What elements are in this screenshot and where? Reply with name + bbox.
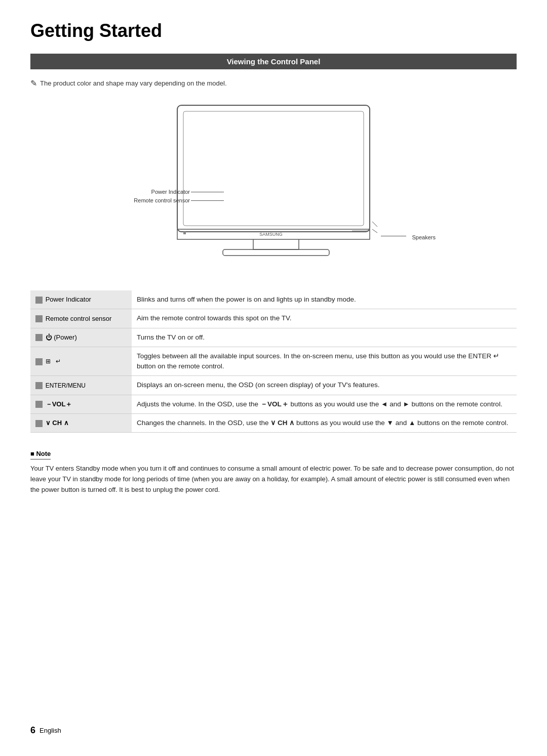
note-text: Your TV enters Standby mode when you tur… [30,464,517,495]
table-cell-desc: Changes the channels. In the OSD, use th… [132,413,517,432]
diagram-label-speakers: Speakers [412,234,436,240]
page-footer: 6 English [30,725,61,736]
label-text: ⊞ ↵ [46,358,61,365]
svg-rect-1 [183,111,364,226]
svg-text:SAMSUNG: SAMSUNG [259,232,283,237]
table-cell-desc: Aim the remote control towards this spot… [132,309,517,328]
power-indicator-box [35,297,43,304]
table-row-power-indicator: Power Indicator Blinks and turns off whe… [30,290,517,309]
ch-box [35,420,43,427]
table-row-vol: －VOL＋ Adjusts the volume. In the OSD, us… [30,395,517,413]
note-line: ✎ The product color and shape may vary d… [30,78,517,88]
table-cell-label: ∨ CH ∧ [30,413,132,432]
table-cell-desc: Blinks and turns off when the power is o… [132,290,517,309]
table-row-input: ⊞ ↵ Toggles between all the available in… [30,347,517,376]
input-box [35,358,43,365]
menu-box [35,382,43,389]
table-cell-label: ⊞ ↵ [30,347,132,376]
remote-sensor-box [35,315,43,322]
note-icon: ✎ [30,78,37,88]
label-text: Power Indicator [46,296,91,303]
power-box [35,334,43,341]
svg-line-7 [372,229,377,233]
footer-language: English [40,727,61,734]
table-cell-label: －VOL＋ [30,395,132,413]
page-title: Getting Started [30,20,517,41]
label-text: ENTER/MENU [46,382,86,389]
table-row-remote-sensor: Remote control sensor Aim the remote con… [30,309,517,328]
table-row-power: ⏻ (Power) Turns the TV on or off. [30,328,517,347]
page-number: 6 [30,725,35,736]
table-cell-label: Power Indicator [30,290,132,309]
svg-rect-5 [223,249,329,256]
svg-line-6 [372,222,377,227]
table-cell-label: ⏻ (Power) [30,328,132,347]
table-cell-desc: Turns the TV on or off. [132,328,517,347]
tv-illustration: SAMSUNG [172,100,385,264]
control-table: Power Indicator Blinks and turns off whe… [30,290,517,433]
vol-box [35,401,43,408]
label-text: Remote control sensor [46,315,112,322]
table-row-menu: ENTER/MENU Displays an on-screen menu, t… [30,376,517,395]
note-title: ■ Note [30,450,51,459]
table-cell-label: ENTER/MENU [30,376,132,395]
table-row-ch: ∨ CH ∧ Changes the channels. In the OSD,… [30,413,517,432]
diagram-inner: Power Indicator Remote control sensor Sp… [111,100,436,272]
note-box: ■ Note Your TV enters Standby mode when … [30,449,517,495]
table-cell-desc: Adjusts the volume. In the OSD, use the … [132,395,517,413]
tv-diagram: Power Indicator Remote control sensor Sp… [30,100,517,272]
svg-rect-4 [183,232,186,234]
label-text: ⏻ (Power) [46,333,77,341]
label-text: －VOL＋ [46,400,72,408]
table-cell-desc: Displays an on-screen menu, the OSD (on … [132,376,517,395]
note-text: The product color and shape may vary dep… [40,79,227,87]
svg-rect-0 [177,105,370,232]
table-cell-desc: Toggles between all the available input … [132,347,517,376]
label-text: ∨ CH ∧ [46,419,69,427]
section-header: Viewing the Control Panel [30,54,517,69]
table-cell-label: Remote control sensor [30,309,132,328]
